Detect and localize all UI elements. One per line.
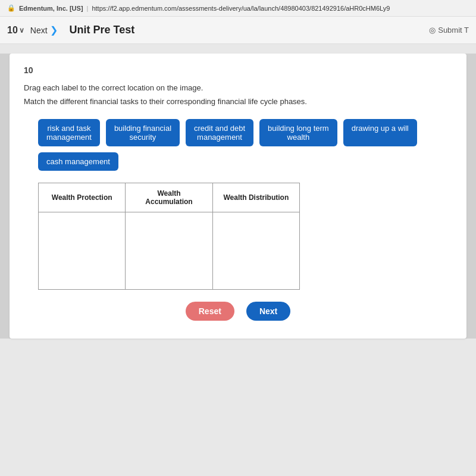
drag-label-5[interactable]: drawing up a will <box>343 119 417 146</box>
reset-button[interactable]: Reset <box>186 302 234 321</box>
chevron-down-icon[interactable]: ∨ <box>19 26 24 35</box>
bottom-buttons: Reset Next <box>24 302 452 327</box>
drag-label-1[interactable]: risk and task management <box>38 119 100 146</box>
page-title: Unit Pre Test <box>70 24 135 36</box>
url-text: https://f2.app.edmentum.com/assessments-… <box>92 5 390 12</box>
submit-icon: ◎ <box>429 26 436 35</box>
drop-zone-wealth-accumulation[interactable] <box>126 212 212 290</box>
drop-table-container: Wealth Protection Wealth Accumulation We… <box>38 183 446 290</box>
drag-label-2[interactable]: building financial security <box>106 119 180 146</box>
drag-label-4[interactable]: building long term wealth <box>259 119 337 146</box>
instruction-secondary: Match the different financial tasks to t… <box>24 97 452 106</box>
lock-icon: 🔒 <box>7 4 15 12</box>
question-number: 10 ∨ <box>7 25 24 36</box>
next-button[interactable]: Next <box>246 302 290 321</box>
col-header-wealth-protection: Wealth Protection <box>39 183 126 212</box>
nav-next-label: Next <box>30 26 48 35</box>
toolbar: 10 ∨ Next ❯ Unit Pre Test ◎ Submit T <box>0 17 476 44</box>
instruction-primary: Drag each label to the correct location … <box>24 83 452 92</box>
nav-arrow-icon: ❯ <box>50 24 58 36</box>
drop-zone-wealth-protection[interactable] <box>39 212 126 290</box>
drop-table: Wealth Protection Wealth Accumulation We… <box>38 183 300 290</box>
drag-label-6[interactable]: cash management <box>38 152 118 171</box>
drop-zone-wealth-distribution[interactable] <box>212 212 299 290</box>
col-header-wealth-distribution: Wealth Distribution <box>212 183 299 212</box>
site-label: Edmentum, Inc. [US] <box>19 5 83 12</box>
page-background: 10 Drag each label to the correct locati… <box>0 54 476 339</box>
drag-label-3[interactable]: credit and debt management <box>186 119 253 146</box>
nav-next-button[interactable]: Next ❯ <box>30 24 58 36</box>
question-number-badge: 10 <box>24 65 452 75</box>
question-card: 10 Drag each label to the correct locati… <box>10 54 466 339</box>
url-bar: 🔒 Edmentum, Inc. [US] | https://f2.app.e… <box>0 0 476 17</box>
col-header-wealth-accumulation: Wealth Accumulation <box>126 183 212 212</box>
labels-area: risk and task management building financ… <box>24 119 452 171</box>
submit-button[interactable]: ◎ Submit T <box>429 26 469 35</box>
